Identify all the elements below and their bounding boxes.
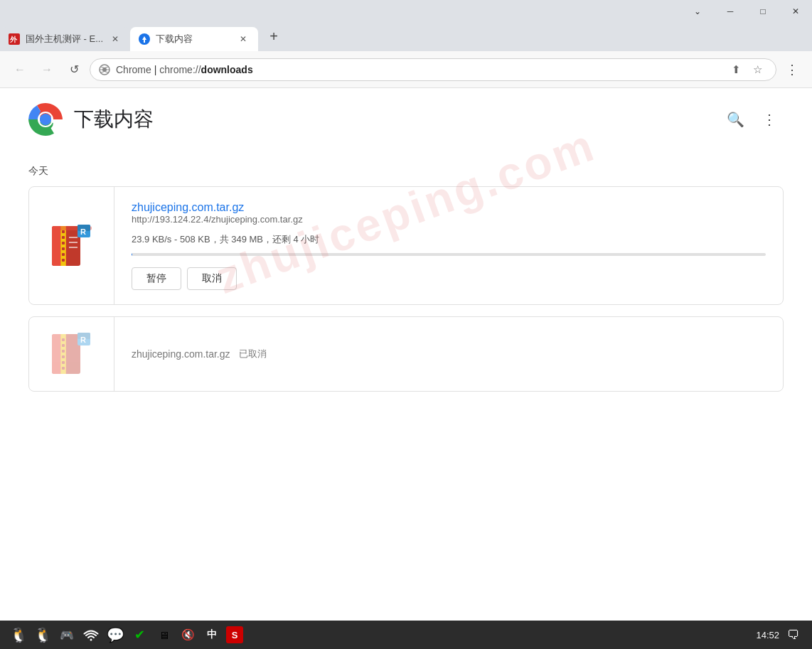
progress-bar-container — [132, 253, 766, 256]
svg-rect-34 — [62, 338, 65, 341]
minimize-btn[interactable]: ─ — [714, 0, 747, 23]
pause-btn[interactable]: 暂停 — [132, 267, 181, 290]
svg-rect-37 — [62, 355, 65, 358]
tab-title-inactive: 国外主机测评 - E... — [26, 33, 103, 45]
svg-text:R: R — [80, 227, 86, 236]
wechat-icon[interactable]: 💬 — [105, 625, 125, 645]
refresh-btn[interactable]: ↺ — [63, 58, 85, 81]
tab-close-active[interactable]: ✕ — [237, 33, 250, 45]
downloads-header: 下载内容 🔍 ⋮ — [28, 102, 784, 144]
download-icon-area-cancelled: R — [29, 317, 114, 391]
svg-text:R: R — [80, 336, 86, 344]
share-btn[interactable]: ⬆ — [726, 60, 746, 80]
search-btn[interactable]: 🔍 — [721, 105, 749, 134]
omnibox-text: Chrome | chrome://downloads — [116, 64, 720, 75]
download-actions: 暂停 取消 — [132, 267, 766, 290]
svg-rect-35 — [62, 344, 65, 347]
downloads-header-right: 🔍 ⋮ — [721, 105, 784, 134]
check-icon[interactable]: ✔ — [129, 625, 149, 645]
svg-rect-38 — [62, 361, 65, 364]
cancelled-filename: zhujiceping.com.tar.gz — [132, 348, 230, 360]
back-btn[interactable]: ← — [9, 58, 31, 81]
notification-icon[interactable]: 🗨 — [784, 625, 803, 645]
cancel-btn[interactable]: 取消 — [187, 267, 237, 290]
qq-icon2[interactable]: 🐧 — [33, 625, 53, 645]
tab-favicon-download — [139, 33, 150, 45]
page-title: 下载内容 — [74, 106, 154, 133]
games-icon[interactable]: 🎮 — [57, 625, 77, 645]
ime-zh-icon[interactable]: 中 — [202, 625, 222, 645]
download-filename[interactable]: zhujiceping.com.tar.gz — [132, 201, 244, 213]
omnibox-actions: ⬆ ☆ — [726, 60, 767, 80]
svg-rect-20 — [62, 247, 65, 250]
chrome-logo-icon — [28, 102, 63, 136]
maximize-btn[interactable]: □ — [747, 0, 779, 23]
tab-favicon-inactive: 外 — [9, 33, 20, 45]
cancelled-status: 已取消 — [239, 348, 267, 360]
svg-rect-39 — [62, 367, 65, 370]
download-icon-area: R — [29, 187, 114, 304]
tab-inactive[interactable]: 外 国外主机测评 - E... ✕ — [0, 27, 130, 51]
url-prefix: chrome:// — [159, 64, 201, 75]
download-card-cancelled: R zhujiceping.com.tar.gz 已取消 — [28, 316, 784, 392]
sogou-icon[interactable]: S — [226, 626, 243, 643]
volume-icon[interactable]: 🔇 — [178, 625, 198, 645]
section-today-label: 今天 — [28, 165, 784, 178]
titlebar-controls: ⌄ ─ □ ✕ — [681, 0, 812, 23]
taskbar-time: 14:52 — [756, 630, 779, 640]
progress-bar-fill — [132, 253, 132, 256]
tab-active[interactable]: 下载内容 ✕ — [130, 27, 258, 51]
download-info-cancelled: zhujiceping.com.tar.gz 已取消 — [114, 317, 783, 391]
forward-btn[interactable]: → — [36, 58, 58, 81]
svg-rect-18 — [62, 236, 65, 239]
url-scheme: Chrome — [116, 64, 151, 75]
tabbar: 外 国外主机测评 - E... ✕ 下载内容 ✕ + — [0, 23, 812, 51]
download-progress-text: 23.9 KB/s - 508 KB，共 349 MB，还剩 4 小时 — [132, 233, 766, 246]
winrar-icon-cancelled: R — [49, 331, 95, 377]
svg-rect-22 — [62, 259, 65, 262]
download-info-active: zhujiceping.com.tar.gz http://193.124.22… — [114, 187, 783, 304]
svg-rect-21 — [62, 253, 65, 256]
svg-point-12 — [41, 114, 50, 124]
download-url: http://193.124.22.4/zhujiceping.com.tar.… — [132, 214, 766, 225]
close-btn[interactable]: ✕ — [779, 0, 812, 23]
omnibox-favicon — [99, 64, 110, 75]
bookmark-btn[interactable]: ☆ — [747, 60, 767, 80]
toolbar-menu-btn[interactable]: ⋮ — [781, 58, 803, 81]
omnibox[interactable]: Chrome | chrome://downloads ⬆ ☆ — [90, 58, 776, 81]
new-tab-btn[interactable]: + — [261, 23, 287, 49]
toolbar: ← → ↺ Chrome | chrome://downloads ⬆ ☆ ⋮ — [0, 51, 812, 88]
svg-rect-19 — [62, 242, 65, 245]
tab-close-inactive[interactable]: ✕ — [109, 33, 122, 45]
display-icon[interactable]: 🖥 — [154, 625, 173, 645]
taskbar: 🐧 🐧 🎮 💬 ✔ 🖥 🔇 中 S 14:52 🗨 — [0, 621, 812, 649]
wifi-icon[interactable] — [81, 625, 101, 645]
url-host: downloads — [201, 64, 253, 75]
downloads-page: 下载内容 🔍 ⋮ 今天 — [0, 88, 812, 621]
chevron-btn[interactable]: ⌄ — [681, 0, 714, 23]
downloads-header-left: 下载内容 — [28, 102, 154, 136]
svg-rect-36 — [62, 350, 65, 353]
svg-text:外: 外 — [9, 36, 18, 43]
tab-title-active: 下载内容 — [156, 33, 231, 45]
svg-rect-17 — [62, 230, 65, 233]
more-btn[interactable]: ⋮ — [755, 105, 784, 134]
qq-icon[interactable]: 🐧 — [9, 625, 28, 645]
titlebar: ⌄ ─ □ ✕ — [0, 0, 812, 23]
winrar-icon: R — [49, 223, 95, 269]
download-card-active: R zhujiceping.com.tar.gz http://193.124.… — [28, 186, 784, 305]
